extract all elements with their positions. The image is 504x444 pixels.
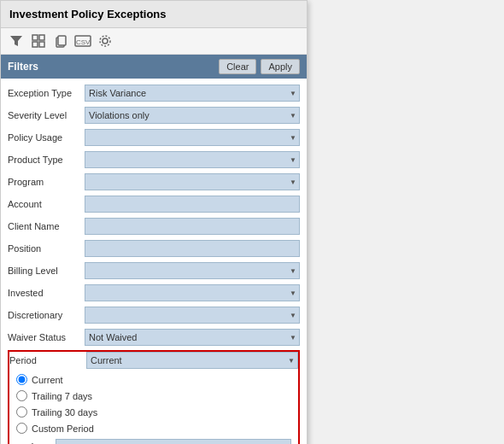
period-option-custom[interactable]: Custom Period xyxy=(16,423,291,434)
svg-point-9 xyxy=(103,38,108,44)
severity-select[interactable]: Violations only xyxy=(85,107,300,124)
filters-body: Exception Type Risk Variance Severity Le… xyxy=(1,79,307,444)
filter-row-product-type: Product Type xyxy=(8,150,300,169)
label-severity: Severity Level xyxy=(8,110,85,120)
label-period: Period xyxy=(9,355,86,365)
filter-row-discretionary: Discretionary xyxy=(8,306,300,324)
svg-rect-3 xyxy=(32,42,38,47)
settings-icon[interactable] xyxy=(97,32,114,50)
filter-row-invested: Invested xyxy=(8,283,300,302)
period-radio-custom[interactable] xyxy=(16,423,27,434)
label-waiver-status: Waiver Status xyxy=(8,332,85,342)
period-from-input[interactable] xyxy=(56,439,291,444)
program-select[interactable] xyxy=(85,173,300,190)
filter-row-exception-type: Exception Type Risk Variance xyxy=(8,84,300,102)
position-wrapper xyxy=(85,240,300,257)
severity-wrapper: Violations only xyxy=(85,107,300,124)
label-program: Program xyxy=(8,177,85,187)
svg-rect-4 xyxy=(39,42,44,47)
period-radio-trailing7[interactable] xyxy=(16,390,27,401)
exception-type-select[interactable]: Risk Variance xyxy=(85,85,300,102)
account-wrapper xyxy=(85,196,300,213)
filters-label: Filters xyxy=(8,61,38,73)
filter-row-severity: Severity Level Violations only xyxy=(8,106,300,125)
policy-usage-select[interactable] xyxy=(85,129,300,146)
invested-wrapper xyxy=(85,284,300,301)
period-option-trailing7[interactable]: Trailing 7 days xyxy=(16,390,291,401)
apply-button[interactable]: Apply xyxy=(261,59,300,74)
waiver-status-select[interactable]: Not Waived xyxy=(85,329,300,346)
copy-icon[interactable] xyxy=(52,32,69,50)
label-client-name: Client Name xyxy=(8,221,85,231)
label-discretionary: Discretionary xyxy=(8,310,85,320)
policy-usage-wrapper xyxy=(85,129,300,146)
period-label-trailing30: Trailing 30 days xyxy=(32,407,97,418)
filter-icon[interactable] xyxy=(8,32,25,50)
period-wrapper: Current Trailing 7 days Trailing 30 days… xyxy=(86,352,298,369)
label-product-type: Product Type xyxy=(8,155,85,165)
discretionary-select[interactable] xyxy=(85,307,300,324)
filters-header: Filters Clear Apply xyxy=(1,55,307,79)
position-input[interactable] xyxy=(85,240,300,257)
filter-row-period: Period Current Trailing 7 days Trailing … xyxy=(8,350,300,369)
period-label-trailing7: Trailing 7 days xyxy=(32,391,92,401)
clear-button[interactable]: Clear xyxy=(219,59,256,74)
svg-point-10 xyxy=(100,36,110,46)
period-radio-trailing30[interactable] xyxy=(16,406,27,418)
period-label-custom: Custom Period xyxy=(32,424,94,434)
filter-row-position: Position xyxy=(8,239,300,258)
client-name-wrapper xyxy=(85,218,300,235)
label-position: Position xyxy=(8,243,85,254)
filter-row-policy-usage: Policy Usage xyxy=(8,128,300,147)
filters-actions: Clear Apply xyxy=(219,59,300,74)
account-input[interactable] xyxy=(85,196,300,213)
main-window: Investment Policy Exceptions CSV xyxy=(0,0,308,444)
filter-row-account: Account xyxy=(8,195,300,213)
period-dropdown-expanded: Current Trailing 7 days Trailing 30 days… xyxy=(8,369,300,444)
label-invested: Invested xyxy=(8,288,85,298)
filter-row-program: Program xyxy=(8,172,300,191)
csv-icon[interactable]: CSV xyxy=(74,32,91,50)
filter-row-billing-level: Billing Level xyxy=(8,261,300,280)
filter-row-waiver-status: Waiver Status Not Waived xyxy=(8,328,300,347)
svg-rect-2 xyxy=(39,35,44,40)
toolbar: CSV xyxy=(1,28,307,55)
period-option-current[interactable]: Current xyxy=(16,374,291,385)
grid-icon[interactable] xyxy=(30,32,47,50)
exception-type-wrapper: Risk Variance xyxy=(85,85,300,102)
period-radio-current[interactable] xyxy=(16,374,27,385)
billing-level-select[interactable] xyxy=(85,262,300,279)
invested-select[interactable] xyxy=(85,284,300,301)
period-label-current: Current xyxy=(32,375,63,385)
svg-marker-0 xyxy=(10,36,22,46)
svg-rect-1 xyxy=(32,35,38,40)
client-name-input[interactable] xyxy=(85,218,300,235)
label-exception-type: Exception Type xyxy=(8,88,85,98)
title-text: Investment Policy Exceptions xyxy=(9,8,167,20)
billing-level-wrapper xyxy=(85,262,300,279)
discretionary-wrapper xyxy=(85,307,300,324)
product-type-select[interactable] xyxy=(85,151,300,168)
svg-text:CSV: CSV xyxy=(76,38,91,46)
label-billing-level: Billing Level xyxy=(8,266,85,276)
filter-row-client-name: Client Name xyxy=(8,217,300,236)
period-option-trailing30[interactable]: Trailing 30 days xyxy=(16,406,291,418)
product-type-wrapper xyxy=(85,151,300,168)
waiver-status-wrapper: Not Waived xyxy=(85,329,300,346)
period-select[interactable]: Current Trailing 7 days Trailing 30 days… xyxy=(86,352,298,369)
label-policy-usage: Policy Usage xyxy=(8,132,85,143)
window-title: Investment Policy Exceptions xyxy=(1,1,307,28)
svg-rect-6 xyxy=(58,36,66,45)
label-account: Account xyxy=(8,199,85,209)
period-from-row: from xyxy=(30,439,291,444)
program-wrapper xyxy=(85,173,300,190)
